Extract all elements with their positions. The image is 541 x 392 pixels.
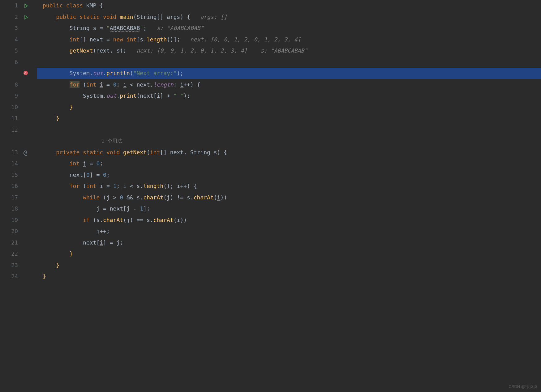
code-line[interactable] — [37, 124, 541, 136]
line-number[interactable]: 6 — [0, 57, 18, 68]
line-number[interactable] — [0, 135, 18, 147]
line-number[interactable]: 17 — [0, 192, 18, 203]
token-op: ); — [183, 92, 190, 99]
run-icon[interactable] — [24, 14, 28, 20]
code-line[interactable]: next[0] = 0; — [37, 169, 541, 181]
line-number[interactable]: 12 — [0, 124, 18, 136]
token-method: println — [106, 70, 130, 76]
code-line[interactable] — [37, 57, 541, 68]
token-method: getNext — [70, 47, 93, 54]
line-number[interactable]: 19 — [0, 215, 18, 226]
token-method: charAt — [103, 217, 123, 223]
code-line[interactable]: int[] next = new int[s.length()]; next: … — [37, 34, 541, 45]
token-cbrace: } — [56, 262, 59, 268]
breakpoint-icon[interactable] — [24, 71, 28, 75]
token-plain — [43, 205, 96, 212]
token-plain — [43, 160, 70, 167]
token-op: ; — [106, 172, 110, 178]
token-underline: i — [217, 194, 221, 201]
code-editor[interactable]: 12345689101112131415161718192021222324 @… — [0, 0, 541, 392]
token-op: . — [116, 92, 120, 99]
line-number-gutter[interactable]: 12345689101112131415161718192021222324 — [0, 0, 22, 392]
code-line[interactable]: String s = "ABABCABAB"; s: "ABABCABAB" — [37, 23, 541, 34]
token-underline: i — [177, 183, 180, 189]
token-field: out — [93, 70, 103, 76]
gutter-icons[interactable]: @ — [22, 0, 37, 392]
code-line[interactable]: public static void main(String[] args) {… — [37, 11, 541, 23]
usage-hint[interactable]: 1 个用法 — [37, 135, 541, 147]
code-line[interactable]: if (s.charAt(j) == s.charAt(i)) — [37, 215, 541, 226]
run-icon[interactable] — [24, 2, 28, 9]
line-number[interactable]: 13 — [0, 147, 18, 158]
line-number[interactable]: 1 — [0, 0, 18, 11]
token-brace: { — [194, 183, 197, 189]
token-underline: i — [157, 92, 160, 99]
token-op: < next. — [127, 81, 153, 88]
token-kw: int — [86, 81, 100, 88]
line-number[interactable]: 22 — [0, 248, 18, 260]
token-num: 0 — [120, 194, 123, 201]
token-op: = — [86, 160, 97, 167]
line-number[interactable]: 18 — [0, 203, 18, 215]
line-number[interactable]: 2 — [0, 11, 18, 23]
line-number[interactable]: 3 — [0, 23, 18, 34]
token-underline: j — [83, 160, 86, 167]
token-op: next[ — [83, 239, 100, 246]
code-line[interactable]: next[i] = j; — [37, 237, 541, 249]
code-line[interactable]: while (j > 0 && s.charAt(j) != s.charAt(… — [37, 192, 541, 203]
token-op: . — [103, 70, 106, 76]
line-number[interactable]: 24 — [0, 271, 18, 282]
line-number[interactable]: 4 — [0, 34, 18, 45]
token-op: < s. — [127, 183, 143, 189]
code-line[interactable]: } — [37, 271, 541, 282]
token-op: ()]; — [167, 36, 180, 43]
code-line[interactable]: getNext(next, s); next: [0, 0, 1, 2, 0, … — [37, 45, 541, 57]
line-number[interactable]: 15 — [0, 169, 18, 181]
token-plain — [43, 70, 70, 76]
code-line[interactable]: } — [37, 248, 541, 260]
code-line[interactable]: } — [37, 260, 541, 271]
token-num: 0 — [96, 160, 100, 167]
token-op: (j) != s. — [163, 194, 194, 201]
code-line[interactable]: System.out.print(next[i] + " "); — [37, 90, 541, 102]
token-method: charAt — [153, 217, 174, 223]
line-number[interactable]: 11 — [0, 113, 18, 124]
token-kw: int — [70, 160, 83, 167]
token-op: (j > — [103, 194, 120, 201]
overrides-icon[interactable]: @ — [24, 147, 27, 158]
line-number[interactable]: 8 — [0, 79, 18, 91]
code-line[interactable]: } — [37, 102, 541, 113]
line-number[interactable]: 10 — [0, 102, 18, 113]
code-line[interactable]: j++; — [37, 226, 541, 237]
code-line[interactable]: for (int i = 0; i < next.length; i++) { — [37, 79, 541, 91]
token-plain — [43, 172, 70, 178]
token-comment: next: [0, 0, 1, 2, 0, 1, 2, 3, 4] s: "AB… — [127, 47, 307, 54]
line-number[interactable]: 23 — [0, 260, 18, 271]
token-str: "Next array:" — [133, 70, 177, 76]
token-plain — [43, 25, 70, 31]
code-line[interactable]: private static void getNext(int[] next, … — [37, 147, 541, 158]
token-op: ( — [83, 183, 86, 189]
code-line[interactable]: } — [37, 113, 541, 124]
token-op: [s. — [136, 36, 147, 43]
code-line[interactable]: public class KMP { — [37, 0, 541, 11]
token-op: ] + — [160, 92, 173, 99]
token-op: ; — [116, 81, 123, 88]
code-line[interactable]: j = next[j - 1]; — [37, 203, 541, 215]
line-number[interactable]: 21 — [0, 237, 18, 249]
watermark: CSDN @徐漠漠 — [509, 384, 537, 390]
line-number[interactable]: 16 — [0, 181, 18, 192]
token-plain — [43, 115, 56, 121]
code-area[interactable]: public class KMP { public static void ma… — [37, 0, 541, 392]
token-plain — [43, 92, 83, 99]
token-underline: s — [93, 25, 97, 31]
token-cbrace: } — [70, 104, 73, 110]
code-line[interactable]: System.out.println("Next array:"); — [37, 68, 541, 79]
line-number[interactable]: 20 — [0, 226, 18, 237]
code-line[interactable]: int j = 0; — [37, 158, 541, 169]
line-number[interactable]: 9 — [0, 90, 18, 102]
line-number[interactable] — [0, 68, 18, 79]
code-line[interactable]: for (int i = 1; i < s.length(); i++) { — [37, 181, 541, 192]
line-number[interactable]: 14 — [0, 158, 18, 169]
line-number[interactable]: 5 — [0, 45, 18, 57]
